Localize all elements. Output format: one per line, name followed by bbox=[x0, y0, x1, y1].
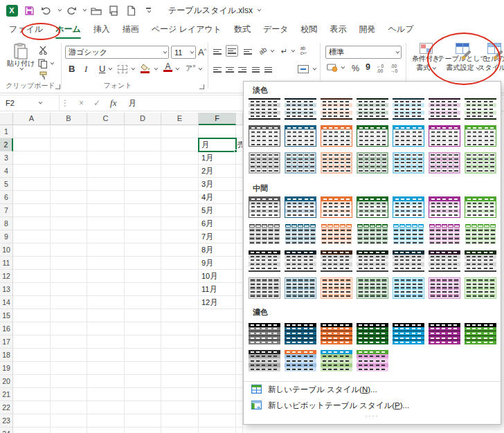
qat-customize-icon[interactable] bbox=[142, 4, 154, 17]
ribbon-tab-help[interactable]: ヘルプ bbox=[382, 20, 420, 40]
fill-color-dropdown-icon[interactable] bbox=[154, 66, 159, 71]
cell-d17[interactable] bbox=[125, 335, 161, 349]
cell-f23[interactable] bbox=[199, 414, 236, 427]
cell-g5-clipped[interactable] bbox=[236, 178, 243, 191]
font-color-icon[interactable]: A bbox=[163, 63, 172, 72]
table-style-thumbnail[interactable] bbox=[321, 98, 352, 120]
row-header-8[interactable]: 8 bbox=[0, 217, 13, 230]
cell-e15[interactable] bbox=[161, 309, 199, 322]
cell-b1[interactable] bbox=[51, 125, 87, 138]
cell-d14[interactable] bbox=[125, 296, 161, 309]
row-header-22[interactable]: 22 bbox=[0, 401, 13, 414]
cell-a18[interactable] bbox=[13, 349, 51, 362]
formula-content[interactable]: 月 bbox=[128, 98, 136, 109]
ribbon-tab-developer[interactable]: 開発 bbox=[353, 20, 382, 40]
cell-d21[interactable] bbox=[125, 388, 161, 401]
row-header-21[interactable]: 21 bbox=[0, 388, 13, 401]
table-style-thumbnail[interactable] bbox=[357, 223, 388, 245]
cell-b9[interactable] bbox=[51, 230, 87, 243]
table-style-thumbnail[interactable] bbox=[285, 196, 316, 218]
format-as-table-button[interactable]: テーブルとして 書式設定 bbox=[444, 43, 481, 71]
cell-g14-clipped[interactable] bbox=[236, 296, 243, 309]
cell-c11[interactable] bbox=[87, 257, 125, 270]
cell-d8[interactable] bbox=[125, 217, 161, 230]
table-style-thumbnail[interactable] bbox=[465, 323, 496, 344]
table-style-thumbnail[interactable] bbox=[465, 277, 496, 299]
cell-a15[interactable] bbox=[13, 309, 51, 322]
align-bottom-icon[interactable] bbox=[244, 48, 252, 55]
column-header-e[interactable]: E bbox=[161, 113, 199, 125]
cell-f20[interactable] bbox=[199, 375, 236, 388]
cell-g17-clipped[interactable] bbox=[236, 335, 243, 349]
cell-f7[interactable]: 5月 bbox=[199, 204, 236, 217]
cell-e12[interactable] bbox=[161, 270, 199, 283]
cell-a5[interactable] bbox=[13, 178, 51, 191]
cell-f10[interactable]: 8月 bbox=[199, 243, 236, 257]
cell-b11[interactable] bbox=[51, 257, 87, 270]
cell-f15[interactable] bbox=[199, 309, 236, 322]
table-style-thumbnail[interactable] bbox=[393, 98, 424, 120]
decrease-indent-icon[interactable] bbox=[252, 66, 260, 73]
cell-c9[interactable] bbox=[87, 230, 125, 243]
cell-d11[interactable] bbox=[125, 257, 161, 270]
row-header-5[interactable]: 5 bbox=[0, 178, 13, 191]
cell-a3[interactable] bbox=[13, 151, 51, 165]
cell-e7[interactable] bbox=[161, 204, 199, 217]
cell-f12[interactable]: 10月 bbox=[199, 270, 236, 283]
table-style-thumbnail[interactable] bbox=[249, 277, 280, 299]
table-style-thumbnail[interactable] bbox=[393, 250, 424, 272]
cell-b13[interactable] bbox=[51, 283, 87, 296]
table-style-thumbnail[interactable] bbox=[321, 250, 352, 272]
table-style-thumbnail[interactable] bbox=[357, 98, 388, 120]
table-style-thumbnail[interactable] bbox=[249, 323, 280, 344]
cell-c4[interactable] bbox=[87, 165, 125, 178]
cell-f8[interactable]: 6月 bbox=[199, 217, 236, 230]
currency-format-icon[interactable] bbox=[327, 64, 338, 73]
decrease-decimal-icon[interactable]: .00→0 bbox=[390, 64, 397, 73]
reading-order-icon[interactable]: ↵ bbox=[281, 47, 287, 56]
cell-d22[interactable] bbox=[125, 401, 161, 414]
cell-g7-clipped[interactable] bbox=[236, 204, 243, 217]
cell-d24[interactable] bbox=[125, 427, 161, 433]
merge-dropdown-icon[interactable] bbox=[313, 66, 317, 71]
cell-e22[interactable] bbox=[161, 401, 199, 414]
table-style-thumbnail[interactable] bbox=[321, 323, 352, 344]
cell-c13[interactable] bbox=[87, 283, 125, 296]
cell-f16[interactable] bbox=[199, 322, 236, 335]
row-header-19[interactable]: 19 bbox=[0, 362, 13, 375]
cell-a23[interactable] bbox=[13, 414, 51, 427]
new-pivot-table-style-menu-item[interactable]: 新しいピボットテーブル スタイル(P)... bbox=[244, 398, 501, 414]
align-center-icon[interactable] bbox=[226, 66, 234, 73]
cell-g11-clipped[interactable] bbox=[236, 257, 243, 270]
underline-dropdown-icon[interactable] bbox=[109, 66, 113, 71]
cell-f11[interactable]: 9月 bbox=[199, 257, 236, 270]
copy-dropdown-icon[interactable] bbox=[51, 61, 55, 65]
column-header-b[interactable]: B bbox=[51, 113, 87, 125]
copy-icon[interactable] bbox=[38, 59, 48, 70]
row-header-2[interactable]: 2 bbox=[0, 138, 13, 151]
column-header-a[interactable]: A bbox=[13, 113, 51, 125]
table-style-thumbnail[interactable] bbox=[429, 250, 460, 272]
cell-b5[interactable] bbox=[51, 178, 87, 191]
table-style-thumbnail[interactable] bbox=[393, 125, 424, 147]
column-header-f[interactable]: F bbox=[199, 113, 236, 125]
table-style-thumbnail[interactable] bbox=[429, 152, 460, 174]
ribbon-tab-page-layout[interactable]: ページ レイアウト bbox=[145, 20, 228, 40]
row-header-13[interactable]: 13 bbox=[0, 283, 13, 296]
cell-g19-clipped[interactable] bbox=[236, 362, 243, 375]
cell-d6[interactable] bbox=[125, 191, 161, 204]
row-header-10[interactable]: 10 bbox=[0, 243, 13, 257]
ribbon-tab-home[interactable]: ホーム bbox=[49, 20, 87, 40]
cell-f9[interactable]: 7月 bbox=[199, 230, 236, 243]
cell-b10[interactable] bbox=[51, 243, 87, 257]
ribbon-tab-view[interactable]: 表示 bbox=[324, 20, 353, 40]
table-style-thumbnail[interactable] bbox=[393, 223, 424, 245]
orientation-dropdown-icon[interactable] bbox=[271, 48, 275, 53]
table-style-thumbnail[interactable] bbox=[465, 223, 496, 245]
cell-c17[interactable] bbox=[87, 335, 125, 349]
cell-a14[interactable] bbox=[13, 296, 51, 309]
cell-b8[interactable] bbox=[51, 217, 87, 230]
table-style-thumbnail[interactable] bbox=[249, 250, 280, 272]
row-header-6[interactable]: 6 bbox=[0, 191, 13, 204]
cell-g22-clipped[interactable] bbox=[236, 401, 243, 414]
